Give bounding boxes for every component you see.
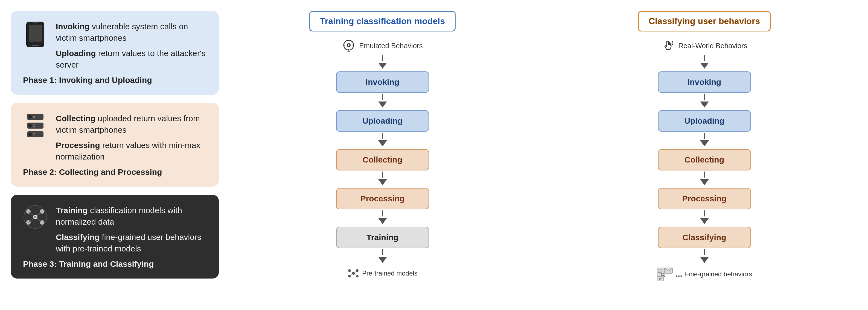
classifying-box-invoking: Invoking bbox=[658, 71, 751, 93]
classifying-box-label-1: Uploading bbox=[684, 116, 724, 125]
svg-rect-1 bbox=[29, 25, 42, 41]
phase2-icon bbox=[23, 113, 48, 137]
server-icon-1 bbox=[27, 114, 43, 120]
phase1-bold2: Uploading bbox=[56, 49, 96, 58]
phase1-line2: Uploading return values to the attacker'… bbox=[56, 48, 207, 70]
realworld-icon bbox=[661, 39, 674, 52]
classifying-box-uploading: Uploading bbox=[658, 110, 751, 132]
svg-rect-6 bbox=[33, 116, 35, 117]
training-arrow-2 bbox=[378, 133, 387, 148]
svg-line-35 bbox=[349, 51, 350, 52]
phase1-box: Invoking vulnerable system calls on vict… bbox=[11, 11, 219, 95]
phase3-bold2: Classifying bbox=[56, 232, 99, 242]
server-icon-3 bbox=[27, 131, 43, 137]
phase1-bold1: Invoking bbox=[56, 22, 89, 31]
classifying-box-collecting: Collecting bbox=[658, 149, 751, 170]
phase3-text-block: Training classification models with norm… bbox=[56, 205, 207, 254]
phase1-label-bold: Phase 1: bbox=[23, 75, 57, 85]
svg-line-36 bbox=[347, 51, 349, 52]
server-row-2 bbox=[27, 123, 43, 129]
phase2-box: Collecting uploaded return values from v… bbox=[11, 103, 219, 187]
classifying-box-label-0: Invoking bbox=[687, 78, 721, 87]
svg-rect-7 bbox=[33, 117, 35, 118]
emulated-icon bbox=[342, 39, 355, 52]
classifying-bottom: ... Fine-grained behaviors bbox=[657, 267, 752, 281]
training-box-label-4: Training bbox=[367, 233, 398, 242]
svg-point-30 bbox=[348, 44, 349, 46]
server-icon-2 bbox=[27, 123, 43, 129]
training-arrow-4 bbox=[378, 210, 387, 226]
classifying-box-label-2: Collecting bbox=[684, 155, 724, 164]
svg-rect-15 bbox=[33, 135, 35, 135]
classifying-box-label-3: Processing bbox=[682, 194, 726, 203]
training-box-uploading: Uploading bbox=[336, 110, 429, 132]
svg-point-9 bbox=[28, 124, 32, 127]
right-panels: Training classification models Emulated … bbox=[230, 11, 857, 281]
phase3-label: Phase 3: Training and Classifying bbox=[23, 259, 207, 269]
pretrained-icon bbox=[347, 267, 359, 279]
phase2-bold2: Processing bbox=[56, 141, 100, 150]
main-container: Invoking vulnerable system calls on vict… bbox=[11, 11, 857, 299]
phase2-line1: Collecting uploaded return values from v… bbox=[56, 113, 207, 136]
classifying-box-label-4: Classifying bbox=[682, 233, 726, 242]
classifying-arrow-5 bbox=[700, 249, 709, 265]
svg-line-56 bbox=[664, 276, 665, 277]
phase2-text-block: Collecting uploaded return values from v… bbox=[56, 113, 207, 162]
training-box-label-0: Invoking bbox=[366, 78, 399, 87]
classifying-dots: ... bbox=[676, 270, 682, 279]
phase1-content: Invoking vulnerable system calls on vict… bbox=[23, 21, 207, 70]
phase2-label: Phase 2: Collecting and Processing bbox=[23, 167, 207, 177]
classifying-panel-title: Classifying user behaviors bbox=[638, 11, 771, 31]
training-bottom: Pre-trained models bbox=[347, 267, 417, 279]
training-panel-title: Training classification models bbox=[309, 11, 456, 31]
left-panel: Invoking vulnerable system calls on vict… bbox=[11, 11, 219, 279]
training-source-label: Emulated Behaviors bbox=[359, 41, 423, 50]
phase3-line2: Classifying fine-grained user behaviors … bbox=[56, 231, 207, 254]
phase1-line1: Invoking vulnerable system calls on vict… bbox=[56, 21, 207, 44]
svg-rect-51 bbox=[657, 268, 664, 276]
classifying-arrow-0 bbox=[700, 55, 709, 70]
phase2-label-bold: Phase 2: bbox=[23, 167, 57, 177]
phase3-label-bold: Phase 3: bbox=[23, 259, 57, 269]
phase1-label-rest: Invoking and Uploading bbox=[59, 75, 152, 85]
classifying-arrow-3 bbox=[700, 172, 709, 187]
training-box-collecting: Collecting bbox=[336, 149, 429, 170]
classifying-bottom-row: ... Fine-grained behaviors bbox=[657, 267, 752, 281]
phase3-bold1: Training bbox=[56, 206, 88, 215]
training-source: Emulated Behaviors bbox=[342, 39, 423, 52]
training-box-training: Training bbox=[336, 227, 429, 248]
phase3-box: Training classification models with norm… bbox=[11, 195, 219, 279]
phase3-label-rest: Training and Classifying bbox=[59, 259, 154, 269]
phase1-label: Phase 1: Invoking and Uploading bbox=[23, 75, 207, 85]
svg-point-5 bbox=[28, 115, 32, 119]
smartphone-icon bbox=[24, 21, 46, 48]
classifying-flow-panel: Classifying user behaviors Real-World Be… bbox=[552, 11, 857, 281]
training-arrow-3 bbox=[378, 172, 387, 187]
server-row-3 bbox=[27, 131, 43, 137]
classifying-box-classifying: Classifying bbox=[658, 227, 751, 248]
training-box-invoking: Invoking bbox=[336, 71, 429, 93]
classifying-arrow-2 bbox=[700, 133, 709, 148]
neural-network-icon bbox=[23, 205, 48, 229]
training-arrow-0 bbox=[378, 55, 387, 70]
phase3-icon bbox=[23, 205, 48, 229]
training-bottom-label: Pre-trained models bbox=[362, 270, 417, 277]
phase3-content: Training classification models with norm… bbox=[23, 205, 207, 254]
training-arrow-5 bbox=[378, 249, 387, 265]
phase2-label-rest: Collecting and Processing bbox=[59, 167, 162, 177]
training-arrow-1 bbox=[378, 94, 387, 109]
training-box-label-2: Collecting bbox=[363, 155, 402, 164]
classifying-box-processing: Processing bbox=[658, 188, 751, 209]
phase3-line1: Training classification models with norm… bbox=[56, 205, 207, 228]
phase2-line2: Processing return values with min-max no… bbox=[56, 140, 207, 162]
svg-rect-11 bbox=[33, 126, 35, 127]
classifying-bottom-label: Fine-grained behaviors bbox=[685, 270, 752, 278]
svg-rect-2 bbox=[32, 45, 38, 46]
svg-rect-3 bbox=[33, 23, 38, 23]
svg-rect-10 bbox=[33, 124, 35, 125]
svg-rect-14 bbox=[33, 133, 35, 134]
server-icons bbox=[27, 114, 43, 137]
classifying-source-label: Real-World Behaviors bbox=[678, 41, 747, 50]
training-box-label-3: Processing bbox=[361, 194, 405, 203]
finegrained-icon bbox=[657, 267, 673, 281]
